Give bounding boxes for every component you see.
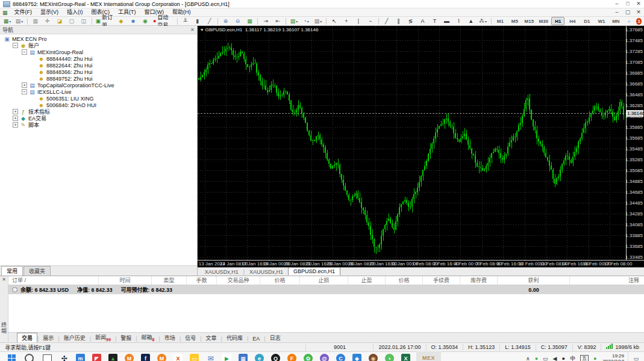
ime-mode-icon[interactable]: 五 xyxy=(580,355,589,361)
expand-icon[interactable]: + xyxy=(22,82,27,88)
terminal-tab-代码库[interactable]: 代码库 xyxy=(222,333,247,342)
zoom-in-button[interactable]: ⊕ xyxy=(220,17,231,25)
terminal-tab-信号[interactable]: 信号 xyxy=(181,333,200,342)
terminal-tab-市场[interactable]: 市场 xyxy=(160,333,180,342)
fibo-fan-tool-button[interactable]: ⌇ xyxy=(454,17,464,25)
market-watch-button[interactable]: ▥ xyxy=(30,17,41,25)
strategy-tester-button[interactable]: ◫ xyxy=(78,17,89,25)
nav-tree-item[interactable]: ☻88848366: Zhu Hui xyxy=(0,69,197,75)
column-header[interactable]: 价格 xyxy=(386,276,423,285)
zoom-out-button[interactable]: ⊖ xyxy=(232,17,243,25)
vertical-line-tool-button[interactable]: | xyxy=(353,17,364,25)
terminal-tab-文章[interactable]: 文章 xyxy=(202,333,221,342)
navigator-close-icon[interactable]: ✕ xyxy=(190,27,195,32)
terminal-tab-警报[interactable]: 警报 xyxy=(116,333,136,342)
terminal-tab-日志[interactable]: 日志 xyxy=(266,333,285,342)
column-header[interactable]: 注释 xyxy=(570,276,644,285)
app-dark-green-icon[interactable]: ▲ xyxy=(108,354,117,361)
app-red-tile-icon[interactable]: ◤ xyxy=(92,354,101,361)
app-monkey-icon[interactable]: ◉ xyxy=(369,354,378,361)
qq-icon[interactable]: Q xyxy=(271,354,280,361)
terminal-tab-新闻[interactable]: 新闻99 xyxy=(91,333,115,342)
menu-item[interactable]: 工具(T) xyxy=(114,8,140,16)
more-shapes-button[interactable]: ⁂▾ xyxy=(478,17,489,25)
periods-button[interactable]: ◔▾ xyxy=(301,17,311,25)
column-header[interactable]: 订单 / xyxy=(8,276,99,285)
app-dark-f-icon[interactable]: f xyxy=(141,354,150,361)
file-explorer-icon[interactable]: ▭ xyxy=(190,354,199,361)
arrows-tool-button[interactable]: ▲ xyxy=(466,17,477,25)
crosshair-tool-button[interactable]: + xyxy=(341,17,352,25)
app-purple-icon[interactable]: @ xyxy=(320,354,329,361)
app-kite-icon[interactable]: ◆ xyxy=(352,354,361,361)
qq-tray-icon[interactable]: ● xyxy=(562,356,565,361)
toolbar-search-icon[interactable]: ⌕ xyxy=(624,17,634,25)
start-button-icon[interactable] xyxy=(8,354,16,361)
app-green-icon[interactable]: ✿ xyxy=(304,354,313,361)
taskbar-mex-app[interactable]: MEX xyxy=(416,351,441,361)
chart-plot[interactable]: ▼ GBPUSD.ecn,H1 1.36117 1.36219 1.36107 … xyxy=(198,26,627,260)
price-axis[interactable]: 1.376851.374851.372851.370851.368851.366… xyxy=(626,26,644,260)
label-tool-button[interactable]: T xyxy=(430,17,440,25)
display-tray-icon[interactable]: ▭ xyxy=(543,356,548,361)
auto-scroll-button[interactable]: ⇥ xyxy=(260,17,271,25)
child-close-button[interactable]: ✕ xyxy=(633,8,644,16)
timeframe-m5-button[interactable]: M5 xyxy=(508,17,521,25)
candlestick-mode-button[interactable]: ▮ xyxy=(192,17,203,25)
close-button[interactable]: ✕ xyxy=(633,0,644,8)
collapse-icon[interactable]: − xyxy=(13,43,18,48)
column-header[interactable]: 交易品种 xyxy=(217,276,260,285)
collapse-icon[interactable]: − xyxy=(22,89,27,94)
timeframe-d1-button[interactable]: D1 xyxy=(580,17,593,25)
timeframe-w1-button[interactable]: W1 xyxy=(595,17,608,25)
chart-shift-button[interactable]: ⇤ xyxy=(272,17,283,25)
data-window-button[interactable]: ✛ xyxy=(42,17,53,25)
chart-tab[interactable]: XAUUSDx,H1 xyxy=(200,268,243,276)
horizontal-line-tool-button[interactable]: − xyxy=(365,17,376,25)
expand-icon[interactable]: + xyxy=(13,109,18,114)
app-blue-m-icon[interactable]: m xyxy=(76,354,85,361)
depth-of-market-button[interactable]: ◆ xyxy=(116,17,127,25)
column-header[interactable]: 库存费 xyxy=(460,276,498,285)
navigator-toggle-button[interactable]: ◪ xyxy=(54,17,65,25)
timeframe-h4-button[interactable]: H4 xyxy=(566,17,579,25)
menu-item[interactable]: 显示(V) xyxy=(36,8,63,16)
firefox-icon[interactable]: F xyxy=(287,354,296,361)
terminal-close-icon[interactable]: ✕ xyxy=(2,277,6,282)
app-orange-circle-2-icon[interactable]: M xyxy=(157,354,166,361)
terminal-tab-展示[interactable]: 展示 xyxy=(39,333,58,342)
nav-tree-item[interactable]: +▤TopCapitalCorporationTCC-Live xyxy=(0,82,197,88)
app-black-fan-icon[interactable]: ✣ xyxy=(60,354,69,361)
timeframe-m30-button[interactable]: M30 xyxy=(537,17,550,25)
task-view-icon[interactable] xyxy=(43,354,52,361)
cursor-tool-button[interactable]: ↖ xyxy=(329,17,340,25)
mql5-community-button[interactable]: ☻ xyxy=(128,17,139,25)
collapse-icon[interactable]: − xyxy=(22,49,27,55)
navigator-tab[interactable]: 常用 xyxy=(1,266,23,276)
menu-item[interactable]: 文件(F) xyxy=(10,8,37,16)
timeframe-m15-button[interactable]: M15 xyxy=(522,17,536,25)
nav-tree-item[interactable]: −▤MEXIntGroup-Real xyxy=(0,49,197,55)
nav-tree-item[interactable]: ☻5006351: LIU XING xyxy=(0,95,197,102)
volume-tray-icon[interactable]: ◀ xyxy=(553,356,557,361)
bar-chart-mode-button[interactable]: ╨ xyxy=(180,17,191,25)
help-headset-button[interactable]: ◉ xyxy=(140,17,151,25)
excel-icon[interactable]: X xyxy=(401,354,410,361)
column-header[interactable]: 手数 xyxy=(187,276,217,285)
terminal-tab-账户历史[interactable]: 账户历史 xyxy=(60,333,90,342)
text-tool-button[interactable]: A xyxy=(417,17,428,25)
nav-tree-item[interactable]: −▤IEXSLLC-Live xyxy=(0,88,197,95)
search-icon[interactable] xyxy=(25,354,34,361)
column-header[interactable]: 止盈 xyxy=(348,276,386,285)
autotrading-button[interactable]: ●自动交易 xyxy=(152,17,175,25)
indicators-button[interactable]: ▧▾ xyxy=(289,17,299,25)
tile-windows-button[interactable]: ▦ xyxy=(244,17,255,25)
terminal-tab-邮箱[interactable]: 邮箱8 xyxy=(137,333,159,342)
fibonacci-tool-button[interactable]: ≶ xyxy=(405,17,416,25)
nav-tree-item[interactable]: −◉账户 xyxy=(0,42,197,49)
child-restore-button[interactable]: ▢ xyxy=(622,8,633,16)
chart-tab[interactable]: GBPUSD.ecn,H1 xyxy=(288,267,340,276)
shapes-tool-button[interactable]: ▬ xyxy=(442,17,452,25)
column-header[interactable]: 手续费 xyxy=(423,276,460,285)
app-orange-circle-1-icon[interactable]: M xyxy=(125,354,134,361)
